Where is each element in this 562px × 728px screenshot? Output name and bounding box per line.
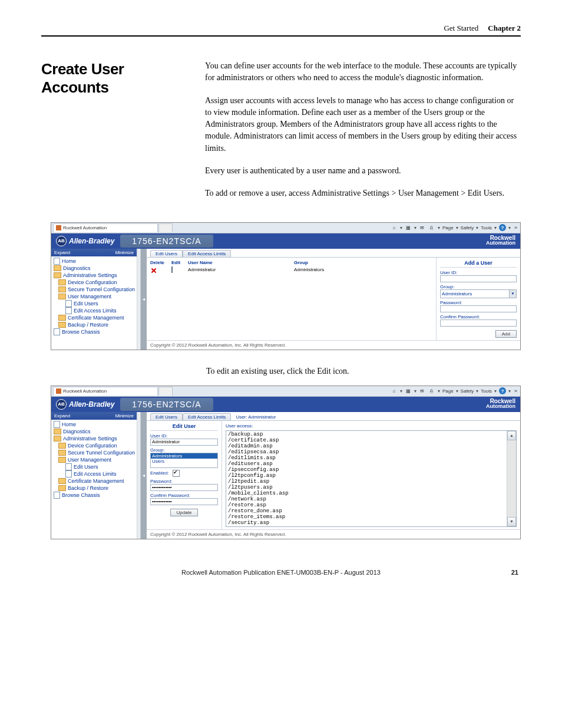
- toolbar-page[interactable]: Page: [442, 388, 454, 394]
- sidebar-item-diagnostics[interactable]: Diagnostics: [54, 428, 135, 435]
- sidebar-item-admin-settings[interactable]: Administrative Settings: [54, 435, 135, 442]
- sidebar-item-tunnel-config[interactable]: Secure Tunnel Configuration: [54, 449, 135, 456]
- col-delete: Delete: [150, 260, 171, 265]
- access-list-item[interactable]: /ipsecconfig.asp: [228, 467, 505, 473]
- access-list-item[interactable]: /l2tpedit.asp: [228, 479, 505, 485]
- input-userid[interactable]: [150, 439, 218, 446]
- access-list-item[interactable]: /security.asp: [228, 520, 505, 526]
- checkbox-enabled[interactable]: [173, 470, 180, 477]
- sidebar-item-device-config[interactable]: Device Configuration: [54, 442, 135, 449]
- print-icon[interactable]: ⎙: [428, 387, 435, 394]
- select-group[interactable]: Administrators ▼: [440, 289, 517, 298]
- folder-icon: [54, 265, 61, 271]
- toolbar-safety[interactable]: Safety: [461, 225, 474, 230]
- mail-icon[interactable]: ✉: [419, 224, 426, 231]
- access-list-item[interactable]: /editipsecsa.asp: [228, 449, 505, 455]
- sidebar-item-home[interactable]: Home: [54, 421, 135, 428]
- sidebar-item-user-mgmt[interactable]: User Management: [54, 293, 135, 300]
- sidebar-item-edit-limits[interactable]: Edit Access Limits: [54, 307, 135, 314]
- tab-edit-access-limits[interactable]: Edit Access Limits: [183, 250, 231, 257]
- tab-edit-users[interactable]: Edit Users: [150, 413, 183, 420]
- home-icon[interactable]: ⌂: [391, 387, 398, 394]
- select-group-multi[interactable]: Administrators Users: [150, 453, 218, 468]
- sidebar: Expand Minimize Home Diagnostics Adminis…: [51, 412, 137, 539]
- toolbar-tools[interactable]: Tools: [481, 388, 492, 394]
- input-confirm-password[interactable]: [150, 498, 218, 505]
- sidebar-item-device-config[interactable]: Device Configuration: [54, 279, 135, 286]
- browser-tab-title: Rockwell Automation: [63, 225, 107, 230]
- tab-edit-access-limits[interactable]: Edit Access Limits: [183, 413, 231, 420]
- access-list-item[interactable]: /restore.asp: [228, 502, 505, 508]
- sidebar-item-browse-chassis[interactable]: Browse Chassis: [54, 492, 135, 499]
- sidebar-expand[interactable]: Expand: [54, 413, 70, 419]
- sidebar-item-cert-mgmt[interactable]: Certificate Management: [54, 314, 135, 321]
- home-icon[interactable]: ⌂: [391, 224, 398, 231]
- scroll-up-icon[interactable]: ▲: [507, 431, 516, 440]
- new-tab-button[interactable]: [158, 223, 173, 232]
- access-list-item[interactable]: /backup.asp: [228, 431, 505, 437]
- mail-icon[interactable]: ✉: [419, 387, 426, 394]
- add-button[interactable]: Add: [495, 330, 517, 338]
- toolbar-tools[interactable]: Tools: [481, 225, 492, 230]
- scrollbar[interactable]: ▲ ▼: [507, 431, 516, 526]
- label-confirm-password: Confirm Password:: [150, 493, 218, 498]
- print-icon[interactable]: ⎙: [428, 224, 435, 231]
- sidebar-expand[interactable]: Expand: [54, 250, 70, 255]
- sidebar-item-admin-settings[interactable]: Administrative Settings: [54, 272, 135, 279]
- sidebar-item-edit-users[interactable]: Edit Users: [54, 463, 135, 470]
- sidebar-item-diagnostics[interactable]: Diagnostics: [54, 265, 135, 272]
- toolbar-overflow-icon[interactable]: »: [513, 225, 518, 230]
- access-list-item[interactable]: /editlimits.asp: [228, 455, 505, 461]
- col-username: User Name: [188, 260, 294, 265]
- tab-edit-users[interactable]: Edit Users: [150, 250, 183, 257]
- access-list-item[interactable]: /certificate.asp: [228, 437, 505, 443]
- toolbar-safety[interactable]: Safety: [461, 388, 474, 394]
- help-icon[interactable]: ?: [499, 224, 506, 231]
- folder-icon: [58, 485, 66, 491]
- paragraph-3: Every user is authenticated by a user na…: [205, 165, 521, 177]
- cell-username: Administrator: [188, 267, 294, 272]
- input-userid[interactable]: [440, 275, 517, 282]
- toolbar-page[interactable]: Page: [442, 225, 454, 230]
- browser-tab[interactable]: Rockwell Automation: [53, 223, 158, 232]
- feed-icon[interactable]: ▦: [405, 387, 412, 394]
- scroll-down-icon[interactable]: ▼: [507, 517, 516, 526]
- collapse-sidebar-button[interactable]: ◄: [141, 412, 147, 539]
- input-password[interactable]: [440, 305, 517, 312]
- sidebar-item-home[interactable]: Home: [54, 258, 135, 265]
- access-list-item[interactable]: /l2tpusers.asp: [228, 485, 505, 490]
- label-userid: User ID:: [150, 433, 218, 439]
- access-list-item[interactable]: /editadmin.asp: [228, 443, 505, 449]
- label-password: Password:: [150, 479, 218, 484]
- access-list-item[interactable]: /l2tpconfig.asp: [228, 473, 505, 479]
- page-icon: [54, 492, 60, 499]
- sidebar-minimize[interactable]: Minimize: [115, 413, 134, 419]
- access-list-item[interactable]: /network.asp: [228, 496, 505, 502]
- input-confirm-password[interactable]: [440, 319, 517, 327]
- browser-tab[interactable]: Rockwell Automation: [53, 387, 158, 396]
- browser-toolbar: ⌂▾ ▦▾ ✉ ⎙▾ Page▾ Safety▾ Tools▾ ?▾ »: [391, 224, 518, 231]
- sidebar-item-backup-restore[interactable]: Backup / Restore: [54, 485, 135, 492]
- access-list-item[interactable]: /restore_items.asp: [228, 514, 505, 520]
- sidebar-item-browse-chassis[interactable]: Browse Chassis: [54, 328, 135, 335]
- update-button[interactable]: Update: [170, 509, 199, 516]
- help-icon[interactable]: ?: [499, 387, 506, 394]
- access-list-item[interactable]: /editusers.asp: [228, 461, 505, 467]
- feed-icon[interactable]: ▦: [405, 224, 412, 231]
- sidebar-item-tunnel-config[interactable]: Secure Tunnel Configuration: [54, 286, 135, 293]
- sidebar-item-edit-limits[interactable]: Edit Access Limits: [54, 470, 135, 477]
- new-tab-button[interactable]: [158, 387, 173, 396]
- edit-icon[interactable]: [171, 266, 173, 273]
- collapse-sidebar-button[interactable]: ◄: [141, 249, 147, 350]
- sidebar-item-user-mgmt[interactable]: User Management: [54, 456, 135, 463]
- sidebar-item-cert-mgmt[interactable]: Certificate Management: [54, 477, 135, 485]
- toolbar-overflow-icon[interactable]: »: [513, 388, 518, 394]
- sidebar-item-backup-restore[interactable]: Backup / Restore: [54, 321, 135, 328]
- access-list-item[interactable]: /mobile_clients.asp: [228, 490, 505, 496]
- input-password[interactable]: [150, 484, 218, 491]
- access-list-item[interactable]: /restore_done.asp: [228, 508, 505, 514]
- access-listbox[interactable]: /backup.asp/certificate.asp/editadmin.as…: [226, 430, 517, 527]
- header-section: Get Started: [444, 24, 478, 33]
- sidebar-item-edit-users[interactable]: Edit Users: [54, 300, 135, 307]
- sidebar-minimize[interactable]: Minimize: [115, 250, 134, 255]
